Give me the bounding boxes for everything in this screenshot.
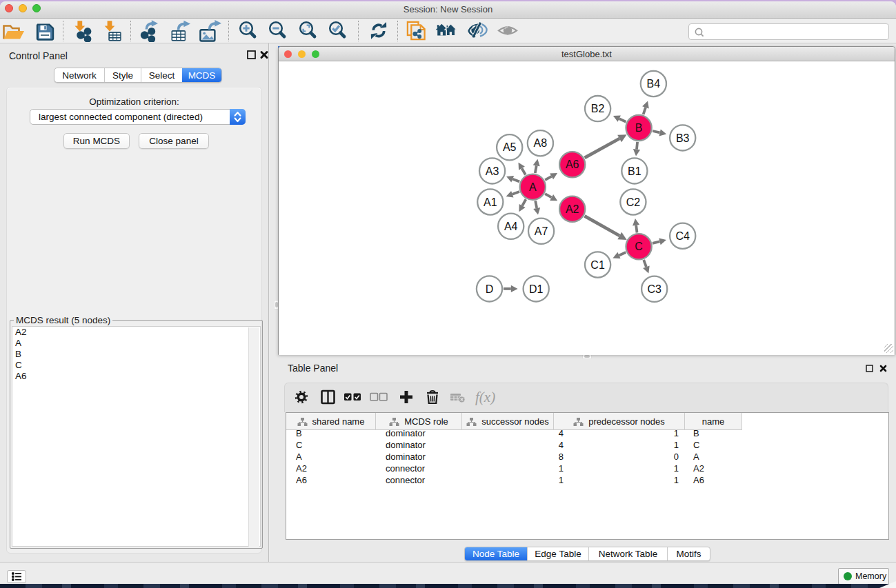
- svg-text:C4: C4: [675, 230, 690, 242]
- svg-text:B3: B3: [676, 132, 690, 144]
- svg-text:A4: A4: [504, 221, 518, 232]
- svg-text:B2: B2: [591, 103, 605, 114]
- svg-text:A3: A3: [486, 165, 499, 177]
- svg-text:B: B: [635, 122, 643, 134]
- svg-text:D1: D1: [529, 283, 544, 295]
- svg-text:A7: A7: [535, 225, 548, 237]
- svg-text:A5: A5: [503, 141, 517, 153]
- svg-text:A8: A8: [534, 137, 548, 149]
- svg-text:B4: B4: [647, 78, 661, 90]
- svg-text:f(x): f(x): [475, 389, 495, 405]
- svg-text:A2: A2: [566, 203, 579, 215]
- svg-text:C2: C2: [626, 196, 641, 208]
- svg-text:C1: C1: [590, 259, 605, 271]
- svg-text:A: A: [529, 181, 537, 193]
- svg-text:A1: A1: [484, 196, 497, 208]
- svg-text:B1: B1: [628, 165, 641, 177]
- svg-text:A6: A6: [566, 159, 579, 170]
- svg-text:D: D: [486, 283, 494, 295]
- svg-text:C3: C3: [647, 283, 661, 295]
- svg-text:C: C: [635, 241, 643, 252]
